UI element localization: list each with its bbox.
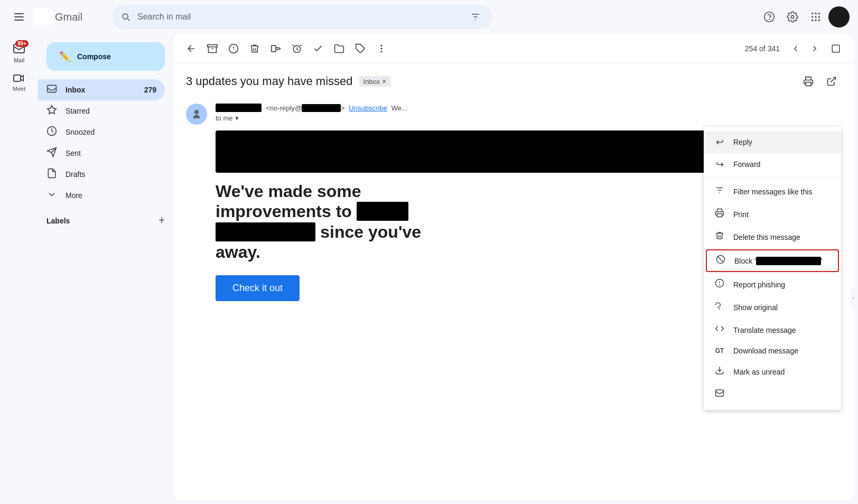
search-input[interactable] [137, 12, 461, 22]
side-peek-handle[interactable]: ‹ [851, 288, 854, 307]
sidebar-item-starred[interactable]: Starred [38, 100, 165, 122]
menu-block-label: Block '████████████' [734, 257, 823, 265]
menu-item-block[interactable]: Block '████████████' [706, 249, 839, 272]
sidebar-item-snoozed[interactable]: Snoozed [38, 122, 165, 143]
prev-email-button[interactable] [786, 39, 805, 58]
sidebar-item-drafts[interactable]: Drafts [38, 164, 165, 185]
sidebar-item-sent[interactable]: Sent [38, 143, 165, 164]
labels-title: Labels [46, 217, 70, 225]
svg-rect-21 [14, 75, 21, 81]
compose-label: Compose [77, 52, 111, 61]
move-folder-button[interactable] [330, 39, 349, 58]
svg-marker-23 [48, 105, 57, 114]
unsubscribe-link[interactable]: Unsubscribe [349, 104, 387, 112]
menu-item-original[interactable]: Translate message [704, 319, 841, 341]
email-subject-bar: 3 updates you may have missed Inbox × [173, 63, 854, 95]
svg-rect-52 [716, 390, 724, 396]
menu-item-phishing[interactable]: Show original [704, 296, 841, 319]
unread-icon [714, 388, 725, 400]
mail-label: Mail [14, 57, 24, 63]
email-toolbar: 254 of 341 [173, 34, 854, 63]
forward-icon: ↪ [714, 158, 725, 170]
inbox-tag-close[interactable]: × [382, 77, 386, 86]
gmail-logo[interactable]: Gmail [34, 7, 93, 26]
svg-point-41 [194, 110, 199, 114]
sender-address: <no-reply@████████> [266, 104, 344, 112]
apps-button[interactable] [805, 6, 826, 27]
search-icon [120, 12, 131, 22]
email-from-row: ████████ <no-reply@████████> Unsubscribe… [216, 104, 841, 112]
view-toggle-button[interactable] [826, 39, 845, 58]
page-counter: 254 of 341 [745, 44, 780, 53]
email-redacted-1: ████ [357, 202, 409, 221]
svg-point-13 [818, 13, 820, 15]
back-button[interactable] [182, 39, 201, 58]
menu-item-filter[interactable]: Filter messages like this [704, 180, 841, 203]
report-spam-toolbar-button[interactable] [224, 39, 243, 58]
hamburger-menu-button[interactable] [8, 6, 30, 27]
menu-item-reply[interactable]: ↩ Reply [704, 131, 841, 153]
svg-point-9 [769, 19, 770, 20]
content-area: 254 of 341 3 up [173, 34, 854, 500]
menu-item-download[interactable]: Mark as unread [704, 360, 841, 383]
phishing-icon [714, 301, 725, 313]
sent-label: Sent [66, 149, 156, 157]
svg-point-16 [818, 16, 820, 18]
sidebar-left-mail[interactable]: 99+ Mail [3, 38, 35, 68]
sender-name: ████████ [216, 104, 262, 112]
account-avatar[interactable] [828, 6, 850, 27]
svg-point-19 [818, 20, 820, 22]
more-actions-button[interactable] [372, 39, 391, 58]
label-button[interactable] [351, 39, 370, 58]
menu-delete-label: Delete this message [733, 233, 800, 241]
menu-original-label: Translate message [733, 326, 796, 334]
mail-badge-wrap: 99+ [13, 42, 25, 56]
svg-rect-1 [14, 16, 24, 17]
svg-point-15 [815, 16, 817, 18]
menu-item-unread[interactable] [704, 383, 841, 406]
menu-spam-label: Report phishing [733, 281, 785, 289]
next-email-button[interactable] [805, 39, 824, 58]
search-filter-button[interactable] [467, 8, 484, 25]
mark-done-button[interactable] [309, 39, 328, 58]
open-in-new-button[interactable] [822, 72, 841, 91]
menu-item-translate[interactable]: GT Download message [704, 341, 841, 360]
sent-icon [46, 147, 57, 160]
sidebar-item-inbox[interactable]: Inbox 279 [38, 79, 165, 100]
menu-phishing-label: Show original [733, 303, 778, 312]
move-to-button[interactable] [266, 39, 285, 58]
svg-point-10 [791, 15, 794, 18]
email-subject: 3 updates you may have missed [186, 74, 353, 88]
compose-button[interactable]: ✏️ Compose [46, 42, 165, 71]
settings-button[interactable] [782, 6, 803, 27]
search-bar [112, 5, 492, 29]
archive-button[interactable] [203, 39, 222, 58]
sidebar-left-meet[interactable]: Meet [3, 68, 35, 96]
to-dropdown[interactable]: ▾ [235, 114, 239, 122]
delete-toolbar-button[interactable] [245, 39, 264, 58]
labels-section: Labels + [38, 206, 173, 229]
menu-item-print[interactable]: Print [704, 203, 841, 226]
email-header-image [216, 130, 716, 173]
email-text-line1: We've made some [216, 182, 361, 201]
subject-actions [799, 72, 841, 91]
svg-point-36 [380, 48, 382, 49]
svg-line-47 [718, 257, 724, 263]
help-button[interactable] [759, 6, 780, 27]
menu-item-delete[interactable]: Delete this message [704, 226, 841, 248]
snooze-toolbar-button[interactable] [287, 39, 306, 58]
inbox-tag-label: Inbox [363, 78, 380, 86]
email-body: ████████ <no-reply@████████> Unsubscribe… [173, 95, 854, 500]
menu-filter-label: Filter messages like this [733, 188, 812, 196]
labels-add-button[interactable]: + [158, 214, 165, 227]
check-out-button[interactable]: Check it out [216, 275, 300, 301]
starred-icon [46, 105, 57, 118]
sidebar-item-more[interactable]: More [38, 185, 165, 206]
svg-point-18 [815, 20, 817, 22]
print-email-button[interactable] [799, 72, 818, 91]
menu-forward-label: Forward [733, 160, 760, 169]
menu-item-spam[interactable]: Report phishing [704, 273, 841, 296]
email-text-line4: away. [216, 242, 260, 262]
menu-item-forward[interactable]: ↪ Forward [704, 153, 841, 175]
svg-rect-38 [832, 45, 840, 52]
